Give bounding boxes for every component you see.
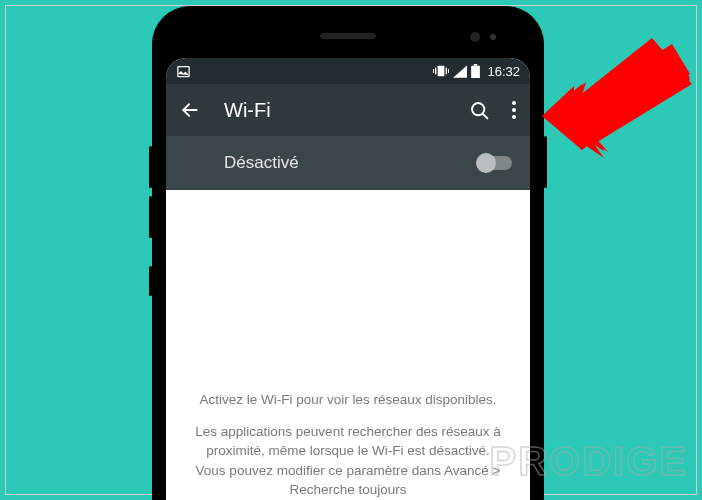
phone-power-button — [544, 136, 547, 188]
empty-state-body: Les applications peuvent rechercher des … — [194, 422, 502, 500]
callout-arrow-shape — [542, 38, 692, 158]
phone-speaker — [320, 33, 376, 39]
svg-rect-5 — [448, 69, 449, 73]
svg-point-10 — [512, 108, 516, 112]
status-time: 16:32 — [487, 64, 520, 79]
empty-state-content: Activez le Wi-Fi pour voir les réseaux d… — [166, 190, 530, 500]
phone-frame: 16:32 Wi-Fi Désactivé — [152, 6, 544, 500]
empty-state-heading: Activez le Wi-Fi pour voir les réseaux d… — [194, 390, 502, 410]
battery-icon — [471, 64, 480, 78]
svg-rect-2 — [435, 68, 436, 75]
app-bar: Wi-Fi — [166, 84, 530, 136]
wifi-switch[interactable] — [478, 156, 512, 170]
svg-marker-13 — [542, 50, 690, 150]
more-vert-icon[interactable] — [512, 101, 516, 119]
status-bar: 16:32 — [166, 58, 530, 84]
wifi-switch-thumb — [476, 153, 496, 173]
back-arrow-icon[interactable] — [180, 100, 200, 120]
phone-sensor — [490, 34, 496, 40]
svg-point-9 — [512, 101, 516, 105]
phone-screen: 16:32 Wi-Fi Désactivé — [166, 58, 530, 500]
vibrate-icon — [433, 64, 449, 78]
svg-marker-14 — [545, 44, 690, 151]
cell-signal-icon — [453, 65, 467, 78]
svg-rect-4 — [433, 69, 434, 73]
picture-icon — [176, 64, 191, 79]
wifi-toggle-label: Désactivé — [224, 153, 299, 173]
page-title: Wi-Fi — [224, 99, 445, 122]
svg-rect-3 — [446, 68, 447, 75]
svg-marker-12 — [542, 38, 692, 158]
phone-side-button — [149, 266, 152, 296]
phone-top-bezel — [160, 14, 536, 58]
phone-front-camera — [470, 32, 480, 42]
phone-volume-down — [149, 196, 152, 238]
svg-point-11 — [512, 115, 516, 119]
callout-arrow — [542, 38, 692, 158]
svg-rect-1 — [438, 66, 445, 77]
svg-rect-6 — [472, 66, 481, 78]
wifi-toggle-row[interactable]: Désactivé — [166, 136, 530, 190]
svg-rect-7 — [474, 64, 478, 66]
phone-volume-up — [149, 146, 152, 188]
phone-bezel: 16:32 Wi-Fi Désactivé — [160, 14, 536, 500]
search-icon[interactable] — [469, 100, 490, 121]
